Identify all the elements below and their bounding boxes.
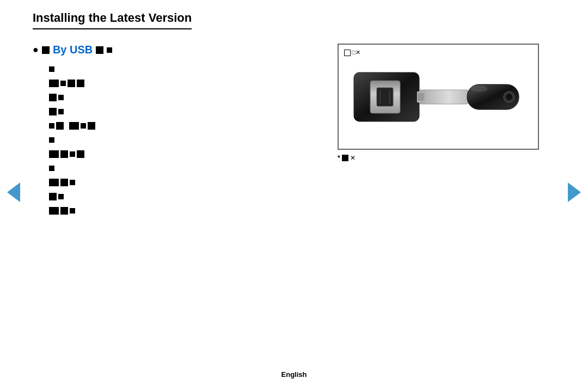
corrupt-char [70, 208, 75, 214]
next-button[interactable] [566, 181, 583, 203]
svg-rect-7 [418, 93, 424, 101]
corrupt-char [77, 80, 84, 87]
text-line [49, 64, 316, 75]
caption-block [342, 155, 348, 161]
svg-rect-5 [419, 90, 468, 104]
text-line [49, 135, 316, 145]
usb-label: By USB [53, 44, 93, 56]
corrupt-char [49, 80, 59, 87]
usb-illustration [348, 56, 528, 138]
corrupt-char [49, 150, 59, 158]
usb-image-box: □✕ [338, 44, 539, 150]
corrupt-char [60, 179, 68, 186]
label-text: □✕ [352, 49, 360, 56]
text-line [49, 191, 316, 202]
left-column: ● By USB [33, 44, 316, 216]
corrupt-char [49, 179, 59, 186]
corrupt-char [69, 122, 79, 130]
corrupt-char [49, 123, 54, 129]
corrupt-char [49, 108, 57, 115]
corrupt-char [58, 95, 64, 100]
corrupt-char [49, 66, 54, 72]
footer: English [0, 370, 588, 379]
text-line [49, 177, 316, 188]
text-line [49, 163, 316, 174]
right-arrow-icon [568, 182, 581, 202]
corrupt-char [88, 122, 95, 130]
label-box-icon [344, 50, 351, 56]
corrupt-char [68, 80, 75, 87]
svg-rect-2 [377, 88, 393, 106]
corrupt-char [58, 109, 64, 114]
image-label: □✕ [344, 49, 360, 56]
main-content: Installing the Latest Version ● By USB [33, 11, 555, 362]
image-caption: * ✕ [338, 154, 555, 162]
caption-char: ✕ [350, 154, 356, 162]
corrupt-char [49, 193, 57, 200]
corrupt-char [49, 94, 57, 101]
text-line [49, 92, 316, 103]
corrupt-char [60, 207, 68, 215]
corrupt-char-1 [42, 46, 50, 54]
page-title: Installing the Latest Version [33, 11, 192, 29]
text-line [49, 205, 316, 216]
bullet-symbol: ● [33, 44, 39, 56]
left-arrow-icon [7, 182, 20, 202]
svg-point-9 [471, 86, 487, 92]
text-line [49, 120, 316, 131]
corrupt-char [60, 150, 68, 158]
corrupt-char [56, 122, 64, 130]
text-line [49, 149, 316, 160]
corrupt-char [77, 150, 84, 158]
corrupt-char [49, 137, 54, 143]
corrupt-char [70, 151, 75, 157]
section-heading: ● By USB [33, 44, 316, 56]
corrupt-char [60, 81, 66, 86]
corrupt-char [49, 166, 54, 171]
corrupt-char [81, 123, 86, 129]
corrupt-char-3 [107, 47, 112, 53]
corrupt-char [58, 194, 64, 199]
svg-point-11 [506, 94, 512, 100]
footer-language: English [281, 370, 307, 379]
prev-button[interactable] [5, 181, 22, 203]
page-container: Installing the Latest Version ● By USB [0, 0, 588, 384]
corrupt-char-2 [96, 46, 103, 54]
right-column: □✕ [338, 44, 555, 162]
caption-asterisk: * [338, 154, 340, 162]
text-lines [33, 64, 316, 216]
corrupt-char [49, 207, 59, 215]
corrupt-char [70, 180, 75, 185]
text-line [49, 78, 316, 89]
text-line [49, 106, 316, 117]
